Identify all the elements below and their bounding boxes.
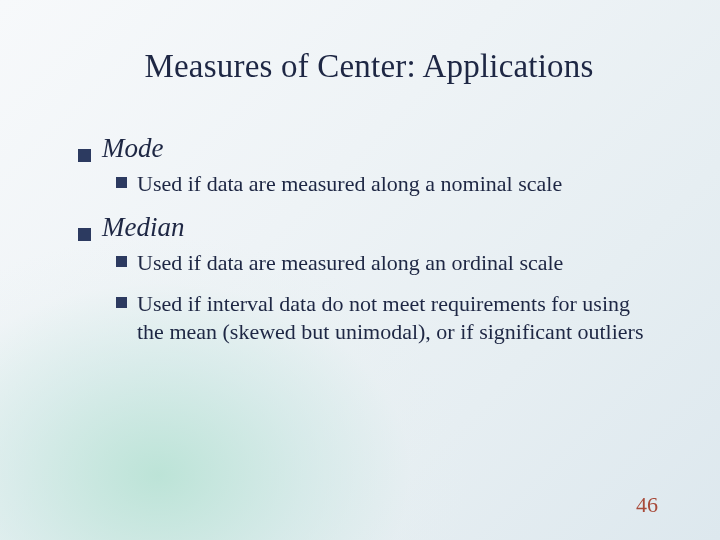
bullet-level2: Used if interval data do not meet requir… xyxy=(116,290,660,345)
bullet-text: Used if data are measured along an ordin… xyxy=(137,249,563,277)
square-bullet-icon xyxy=(116,177,127,188)
bullet-level2: Used if data are measured along an ordin… xyxy=(116,249,660,277)
section-heading: Mode xyxy=(102,133,163,164)
section-mode: Mode Used if data are measured along a n… xyxy=(78,133,660,198)
square-bullet-icon xyxy=(116,297,127,308)
square-bullet-icon xyxy=(116,256,127,267)
bullet-level1: Median xyxy=(78,212,660,243)
bullet-level2: Used if data are measured along a nomina… xyxy=(116,170,660,198)
slide: Measures of Center: Applications Mode Us… xyxy=(0,0,720,540)
bullet-text: Used if interval data do not meet requir… xyxy=(137,290,660,345)
square-bullet-icon xyxy=(78,149,91,162)
slide-title: Measures of Center: Applications xyxy=(78,48,660,85)
bullet-level1: Mode xyxy=(78,133,660,164)
bullet-text: Used if data are measured along a nomina… xyxy=(137,170,562,198)
square-bullet-icon xyxy=(78,228,91,241)
section-median: Median Used if data are measured along a… xyxy=(78,212,660,346)
page-number: 46 xyxy=(636,492,658,518)
section-heading: Median xyxy=(102,212,184,243)
